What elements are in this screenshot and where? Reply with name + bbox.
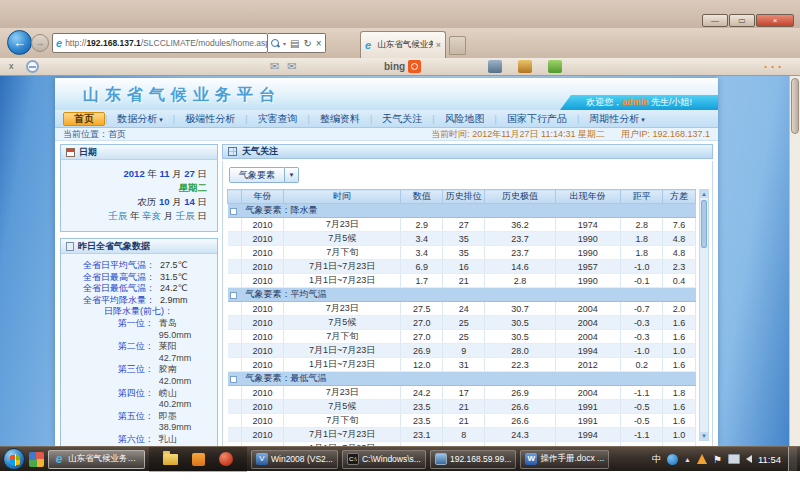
table-cell: 27.0 [401,316,443,330]
table-cell: -0.3 [621,330,663,344]
table-scrollbar[interactable]: ▲ ▼ [699,189,709,441]
table-row[interactable]: 20107月5候27.02530.52004-0.31.6 [228,316,696,330]
stop-icon[interactable]: × [316,38,322,49]
explorer-folder-icon[interactable] [163,454,178,465]
camera-icon[interactable] [488,60,502,73]
col-header: 时间 [284,190,401,204]
tray-alert-icon[interactable] [697,454,707,464]
address-dropdown-icon[interactable]: ▾ [283,40,286,47]
pinned-app-icon[interactable] [29,452,44,467]
table-cell: 2010 [242,400,284,414]
table-row[interactable]: 20107月5候23.52126.61991-0.51.6 [228,400,696,414]
commandbar-close-icon[interactable]: x [9,61,14,71]
nav-item-6[interactable]: 风险地图 [435,112,495,126]
table-row[interactable]: 20101月1日~7月23日12.03122.320120.21.6 [228,358,696,372]
taskbar-button-1[interactable]: C:\C:\Windows\s... [342,450,426,469]
forward-button[interactable]: → [31,34,49,52]
volume-icon[interactable] [746,455,752,463]
table-group-row[interactable]: 气象要素：平均气温 [228,288,696,302]
close-button[interactable]: × [756,14,794,27]
nav-item-label: 灾害查询 [258,113,298,124]
palette-icon[interactable] [518,60,532,73]
table-cell: 1991 [555,414,621,428]
back-button[interactable]: ← [7,30,32,55]
nav-item-1[interactable]: 数据分析▾ [107,112,173,126]
maximize-button[interactable]: ▭ [729,14,755,27]
new-tab-button[interactable] [449,36,466,55]
browser-scrollbar[interactable] [789,76,800,446]
col-header: 方差 [663,190,696,204]
taskbar-button-label: C:\Windows\s... [362,454,421,464]
table-row[interactable]: 20107月下旬3.43523.719901.84.8 [228,246,696,260]
table-row[interactable]: 20107月23日27.52430.72004-0.72.0 [228,302,696,316]
table-row[interactable]: 20107月下旬23.52126.61991-0.51.6 [228,414,696,428]
weather-panel-title: 昨日全省气象数据 [78,240,150,253]
cmd-icon: C:\ [347,453,359,465]
orange-app-icon[interactable] [192,453,205,466]
table-cell: 7月5候 [284,400,401,414]
addon-puzzle-icon[interactable] [548,60,562,73]
start-button[interactable] [3,448,25,470]
stat-line: 全省日最低气温：24.2℃ [63,283,211,295]
table-row[interactable]: 20107月1日~7月23日6.91614.61957-1.02.3 [228,260,696,274]
bing-search-icon[interactable] [408,60,421,73]
nav-item-4[interactable]: 整编资料 [310,112,370,126]
group-title: 气象要素：最低气温 [242,372,696,386]
table-row[interactable]: 20107月23日24.21726.92004-1.11.8 [228,386,696,400]
nav-item-5[interactable]: 天气关注 [372,112,432,126]
media-player-icon[interactable] [219,452,233,466]
rank-label: 第五位： [63,411,154,434]
table-cell: 3.4 [401,246,443,260]
refresh-icon[interactable]: ↻ [303,38,311,49]
table-cell: 7月1日~7月23日 [284,428,401,442]
rank-value: 即墨 38.9mm [159,411,211,434]
search-icon[interactable] [271,39,279,47]
taskbar-button-2[interactable]: 192.168.59.99... [430,450,516,469]
address-bar[interactable]: e http://192.168.137.1/SLCCLIMATE/module… [52,33,268,53]
table-row[interactable]: 20107月下旬27.02530.52004-0.31.6 [228,330,696,344]
nav-item-0[interactable]: 首页 [63,112,105,126]
element-filter-button[interactable]: 气象要素 ▼ [229,167,299,183]
stat-label: 全省平均降水量： [63,295,155,307]
ime-indicator[interactable]: 中 [652,453,661,466]
compatibility-view-icon[interactable]: ▤ [290,38,299,49]
tray-app-icon[interactable] [667,454,678,465]
table-row[interactable]: 20107月1日~7月23日23.1824.31994-1.11.0 [228,428,696,442]
action-center-flag-icon[interactable]: ⚑ [713,454,722,465]
table-row[interactable]: 20101月1日~7月23日1.7212.81990-0.10.4 [228,274,696,288]
stat-label: 全省日最高气温： [63,272,155,284]
group-checkbox[interactable] [230,292,237,299]
tab-close-icon[interactable]: × [436,40,441,50]
taskbar-button-3[interactable]: W操作手册.docx ... [520,450,609,469]
show-desktop-button[interactable] [788,447,797,472]
group-checkbox[interactable] [230,208,237,215]
nav-item-2[interactable]: 极端性分析 [175,112,245,126]
nav-item-7[interactable]: 国家下行产品 [497,112,577,126]
table-cell: 2010 [242,330,284,344]
send-icon[interactable]: ✉ [287,60,296,73]
table-cell: 1.6 [663,358,696,372]
nav-item-8[interactable]: 周期性分析▾ [579,112,655,126]
tray-expand-icon[interactable]: ▲ [684,456,691,463]
taskbar-ie-button[interactable]: e 山东省气候业务平... [48,450,145,469]
table-group-row[interactable]: 气象要素：最低气温 [228,372,696,386]
overflow-dots-icon[interactable]: • • • [764,62,782,71]
report-icon [66,242,74,251]
network-icon[interactable] [728,454,740,464]
table-row[interactable]: 20107月5候3.43523.719901.84.8 [228,232,696,246]
taskbar-button-0[interactable]: VWin2008 (VS2... [251,450,338,469]
table-row[interactable]: 20107月1日~7月23日26.9928.01994-1.01.0 [228,344,696,358]
table-cell: 21 [443,414,485,428]
table-row[interactable]: 20107月23日2.92736.219742.87.6 [228,218,696,232]
mail-icon[interactable]: ✉ [270,60,279,73]
browser-tab[interactable]: e 山东省气候业务平... × [360,31,446,58]
scroll-up-icon[interactable]: ▲ [700,190,708,198]
scroll-down-icon[interactable]: ▼ [700,432,708,440]
minimize-button[interactable]: — [702,14,728,27]
nav-item-3[interactable]: 灾害查询 [248,112,308,126]
table-group-row[interactable]: 气象要素：降水量 [228,204,696,218]
browser-scrollbar-thumb[interactable] [791,78,799,134]
group-checkbox[interactable] [230,376,237,383]
table-scrollbar-thumb[interactable] [701,200,707,248]
clock[interactable]: 11:54 [758,454,781,465]
